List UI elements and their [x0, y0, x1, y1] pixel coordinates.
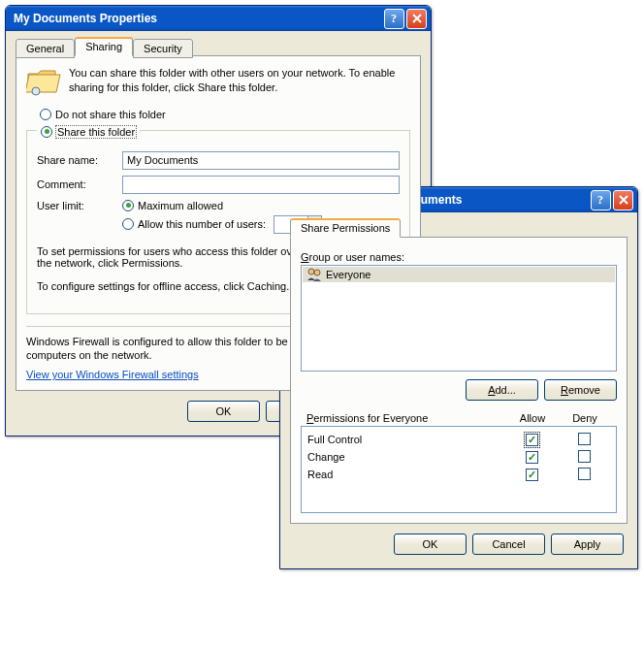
remove-button[interactable]: Remove: [544, 379, 617, 401]
permission-name: Full Control: [307, 434, 505, 445]
share-name-input[interactable]: [122, 151, 400, 170]
permissions-tabs: Share Permissions: [290, 218, 628, 238]
comment-label: Comment:: [37, 178, 114, 190]
user-listbox[interactable]: Everyone: [301, 265, 617, 372]
radio-share-label: Share this folder: [56, 126, 136, 138]
deny-header: Deny: [559, 412, 611, 424]
intro-text: You can share this folder with other use…: [69, 66, 410, 97]
permissions-for-label: ermissions for Everyone: [313, 412, 428, 424]
tab-share-permissions[interactable]: Share Permissions: [290, 218, 401, 238]
radio-do-not-share-label: Do not share this folder: [55, 109, 166, 120]
radio-allow-number[interactable]: [122, 218, 134, 230]
permissions-table: Full ControlChangeRead: [301, 426, 617, 513]
list-item-label: Everyone: [326, 269, 370, 280]
group-user-names-label: G: [301, 251, 309, 263]
svg-point-4: [314, 270, 320, 275]
help-icon: ?: [390, 13, 400, 24]
radio-do-not-share[interactable]: [40, 109, 51, 120]
permission-row: Change: [307, 448, 610, 466]
radio-max-allowed[interactable]: [122, 200, 134, 211]
properties-ok-button[interactable]: OK: [187, 401, 260, 422]
svg-text:?: ?: [597, 194, 603, 206]
permission-row: Full Control: [307, 431, 610, 448]
help-button[interactable]: ?: [591, 190, 611, 210]
comment-input[interactable]: [122, 176, 400, 194]
list-item[interactable]: Everyone: [303, 267, 615, 282]
tab-security[interactable]: Security: [133, 39, 193, 58]
properties-tabs: General Sharing Security: [16, 37, 421, 56]
help-icon: ?: [596, 194, 606, 206]
svg-text:?: ?: [391, 13, 397, 24]
tab-general[interactable]: General: [16, 39, 75, 58]
add-button[interactable]: Add...: [466, 379, 538, 401]
radio-max-allowed-label: Maximum allowed: [138, 200, 223, 211]
deny-checkbox[interactable]: [578, 468, 591, 480]
deny-checkbox[interactable]: [578, 450, 591, 463]
deny-checkbox[interactable]: [578, 433, 591, 445]
permission-name: Change: [307, 451, 505, 463]
user-limit-label: User limit:: [37, 200, 114, 211]
properties-title: My Documents Properties: [14, 12, 382, 25]
close-icon: [412, 14, 422, 23]
permissions-ok-button[interactable]: OK: [394, 534, 467, 555]
tab-sharing[interactable]: Sharing: [75, 37, 133, 56]
radio-allow-number-label: Allow this number of users:: [138, 218, 266, 230]
firewall-link[interactable]: View your Windows Firewall settings: [26, 369, 199, 380]
radio-share[interactable]: [41, 126, 52, 138]
svg-point-3: [308, 269, 314, 275]
share-name-label: Share name:: [37, 154, 114, 166]
share-permissions-body: Group or user names: Everyone Add..: [290, 237, 628, 524]
permissions-cancel-button[interactable]: Cancel: [472, 534, 545, 555]
close-icon: [619, 195, 628, 205]
caching-text: To configure settings for offline access…: [37, 280, 319, 292]
folder-share-icon: [26, 66, 61, 97]
allow-checkbox[interactable]: [526, 434, 538, 446]
allow-checkbox[interactable]: [526, 469, 538, 481]
close-button[interactable]: [406, 9, 427, 29]
permissions-apply-button[interactable]: Apply: [551, 534, 624, 555]
allow-checkbox[interactable]: [526, 451, 538, 464]
svg-point-1: [32, 87, 40, 95]
allow-header: Allow: [506, 412, 559, 424]
group-icon: [306, 268, 322, 281]
properties-titlebar[interactable]: My Documents Properties ?: [6, 6, 431, 31]
help-button[interactable]: ?: [384, 9, 404, 29]
permissions-window: Permissions for My Documents ? Share Per…: [279, 186, 638, 569]
close-button[interactable]: [613, 190, 633, 210]
permissions-text: To set permissions for users who access …: [37, 245, 316, 269]
permission-row: Read: [307, 466, 610, 483]
permission-name: Read: [307, 469, 505, 480]
